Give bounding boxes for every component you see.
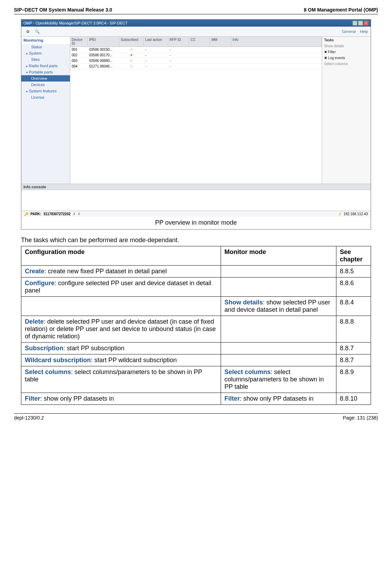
table-row: Filter: show only PP datasets inFilter: …: [21, 393, 371, 405]
data-grid: Device ID IPEI Subscribed Last action RF…: [70, 37, 322, 184]
nav-system[interactable]: System: [21, 50, 70, 56]
col-last-action[interactable]: Last action: [144, 37, 168, 47]
task-select-columns[interactable]: Select columns: [324, 62, 369, 66]
th-config-mode: Configuration mode: [21, 246, 221, 266]
col-subscribed[interactable]: Subscribed: [119, 37, 144, 47]
nav-devices[interactable]: Devices: [21, 82, 70, 88]
table-row[interactable]: 00401271 06049...✓--: [70, 64, 322, 69]
window-titlebar: OMP - OpenMobility ManagerSIP-DECT 3.0RC…: [21, 20, 371, 27]
th-monitor-mode: Monitor mode: [221, 246, 336, 266]
close-icon[interactable]: ×: [364, 21, 369, 26]
col-cc[interactable]: CC: [189, 37, 210, 47]
table-row: Delete: delete selected PP user and devi…: [21, 316, 371, 343]
footer-right: Page: 131 (238): [343, 415, 378, 421]
table-row: Select columns: select columns/parameter…: [21, 366, 371, 393]
table-row: Subscription: start PP subscription8.8.7: [21, 343, 371, 354]
nav-status[interactable]: Status: [21, 44, 70, 50]
toolbar: ✿ 🔍 General Help: [21, 27, 371, 37]
page-header: SIP–DECT OM System Manual Release 3.0 8 …: [14, 7, 378, 14]
table-row[interactable]: 00203586 00170...✗--: [70, 52, 322, 58]
header-left: SIP–DECT OM System Manual Release 3.0: [14, 7, 112, 13]
table-row[interactable]: 00103586 00150...✓--: [70, 47, 322, 52]
network-icon: ⚡: [338, 212, 342, 216]
grid-header: Device ID IPEI Subscribed Last action RF…: [70, 37, 322, 47]
nav-license[interactable]: License: [21, 94, 70, 100]
col-mm[interactable]: MM: [210, 37, 231, 47]
table-row: Configure: configure selected PP user an…: [21, 277, 371, 297]
menu-help[interactable]: Help: [360, 29, 368, 34]
gear-icon[interactable]: ✿: [24, 28, 31, 35]
task-log-events[interactable]: ✖ Log events: [324, 56, 369, 60]
col-device-id[interactable]: Device ID: [70, 37, 88, 47]
statusbar: 🔑 PARK: 31178307272202 ✗ ✗ ⚡ 192.168.112…: [21, 211, 371, 217]
table-row: Create: create new fixed PP dataset in d…: [21, 266, 371, 277]
figure-caption: PP overview in monitor mode: [21, 217, 371, 229]
window-buttons: _ □ ×: [352, 21, 369, 26]
nav-rfp[interactable]: Radio fixed parts: [21, 63, 70, 69]
minimize-icon[interactable]: _: [352, 21, 357, 26]
th-see-chapter: See chapter: [336, 246, 371, 266]
omp-window: OMP - OpenMobility ManagerSIP-DECT 3.0RC…: [21, 20, 371, 217]
task-show-details[interactable]: Show details: [324, 44, 369, 48]
nav-tree: Monitoring Status System Sites Radio fix…: [21, 37, 70, 184]
status-icon-b[interactable]: ✗: [78, 212, 80, 216]
tasks-header: Tasks: [324, 38, 369, 42]
status-icon-a[interactable]: ✗: [73, 212, 76, 216]
table-row: Wildcard subscription: start PP wildcard…: [21, 354, 371, 366]
menu-general[interactable]: General: [342, 29, 356, 34]
nav-overview[interactable]: Overview: [21, 75, 70, 82]
info-console-body: [21, 190, 371, 211]
tasks-intro: The tasks which can be performed are mod…: [21, 237, 371, 244]
nav-pp[interactable]: Portable parts: [21, 69, 70, 75]
maximize-icon[interactable]: □: [358, 21, 363, 26]
table-row[interactable]: 00303586 00680...✓--: [70, 58, 322, 64]
col-ipei[interactable]: IPEI: [88, 37, 119, 47]
nav-sites[interactable]: Sites: [21, 56, 70, 63]
footer-left: depl-1230/0.2: [14, 415, 44, 421]
window-title: OMP - OpenMobility ManagerSIP-DECT 3.0RC…: [23, 21, 128, 25]
nav-sysfeat[interactable]: System features: [21, 88, 70, 94]
info-console-header[interactable]: Info console: [21, 184, 371, 190]
table-row: Show details: show selected PP user and …: [21, 297, 371, 316]
park-label: PARK:: [30, 212, 41, 216]
screenshot-container: OMP - OpenMobility ManagerSIP-DECT 3.0RC…: [21, 19, 371, 230]
modes-table: Configuration mode Monitor mode See chap…: [21, 246, 371, 405]
page-footer: depl-1230/0.2 Page: 131 (238): [14, 413, 378, 421]
park-value: 31178307272202: [43, 212, 71, 216]
nav-monitoring[interactable]: Monitoring: [21, 37, 70, 44]
tasks-panel: Tasks Show details ✖ Filter ✖ Log events…: [322, 37, 371, 184]
key-icon: 🔑: [24, 212, 28, 216]
header-right: 8 OM Management Portal (OMP): [304, 7, 378, 13]
col-rfp-id[interactable]: RFP ID: [168, 37, 189, 47]
task-filter[interactable]: ✖ Filter: [324, 50, 369, 54]
status-ip: 192.168.112.43: [343, 212, 368, 216]
search-icon[interactable]: 🔍: [34, 28, 41, 35]
col-info[interactable]: Info: [231, 37, 322, 47]
